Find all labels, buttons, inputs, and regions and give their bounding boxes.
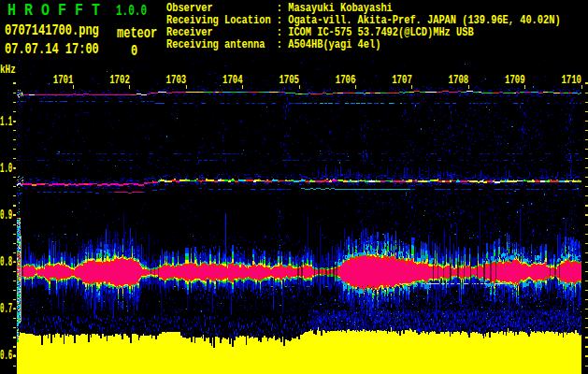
svg-text:0707141700.png: 0707141700.png xyxy=(5,22,99,39)
svg-text:1706: 1706 xyxy=(336,74,356,87)
svg-text:1709: 1709 xyxy=(505,74,525,87)
svg-text:1710: 1710 xyxy=(561,74,581,87)
svg-text:1.0-: 1.0- xyxy=(0,161,17,176)
svg-text:1705: 1705 xyxy=(279,74,299,87)
svg-text:Receiving antenna : A504HB(ya: Receiving antenna : A504HB(yagi 4el) xyxy=(166,37,380,51)
svg-text:1704: 1704 xyxy=(222,74,243,87)
svg-text:07.07.14 17:00: 07.07.14 17:00 xyxy=(5,40,99,58)
svg-text:0.9-: 0.9- xyxy=(0,208,17,223)
svg-text:0.8-: 0.8- xyxy=(0,254,17,269)
svg-text:1707: 1707 xyxy=(392,74,412,87)
svg-text:1701: 1701 xyxy=(53,74,74,87)
svg-text:1703: 1703 xyxy=(166,74,187,87)
svg-text:0.7-: 0.7- xyxy=(0,301,17,316)
svg-text:1708: 1708 xyxy=(449,74,469,87)
svg-text:0: 0 xyxy=(131,42,137,60)
svg-text:1.1-: 1.1- xyxy=(0,114,17,129)
svg-text:1.0.0: 1.0.0 xyxy=(116,3,147,20)
svg-text:kHz: kHz xyxy=(0,64,16,77)
svg-text:1702: 1702 xyxy=(109,74,130,87)
svg-text:meteor: meteor xyxy=(117,24,157,42)
svg-text:0.6-: 0.6- xyxy=(0,348,17,363)
svg-text:H R O F F T: H R O F F T xyxy=(7,0,100,21)
